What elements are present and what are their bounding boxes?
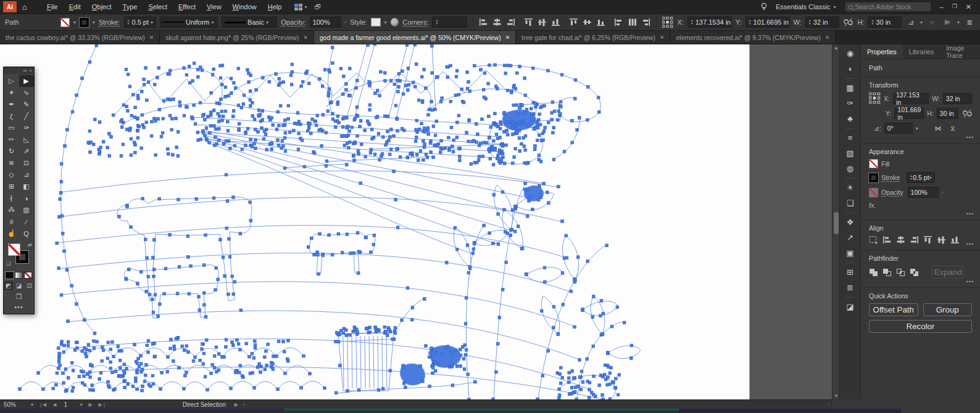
more-options-icon[interactable]: ••• xyxy=(966,211,974,217)
next-artboard-icon[interactable]: ▶ xyxy=(86,402,96,407)
prev-artboard-icon[interactable]: ◀ xyxy=(50,402,60,407)
stroke-color-swatch[interactable] xyxy=(80,18,89,27)
dist-vtop-icon[interactable] xyxy=(569,18,578,27)
lightbulb-icon[interactable] xyxy=(761,2,767,11)
gradient-annotator-icon[interactable]: ◖ xyxy=(842,61,858,76)
minimize-button[interactable]: – xyxy=(940,3,944,11)
scroll-left-icon[interactable]: ‹ xyxy=(243,400,245,409)
transparency-icon[interactable]: ◍ xyxy=(842,161,858,176)
align-vcenter-icon[interactable] xyxy=(538,18,547,27)
scroll-down-icon[interactable]: ▼ xyxy=(833,393,840,399)
chevron-right-icon[interactable]: › xyxy=(345,20,347,25)
panel-tab-properties[interactable]: Properties xyxy=(861,44,903,59)
fx-label[interactable]: fx. xyxy=(869,202,972,209)
fill-swatch[interactable] xyxy=(8,243,20,256)
menu-edit[interactable]: Edit xyxy=(64,3,86,10)
variable-width-select[interactable]: Uniform ▾ xyxy=(160,17,218,28)
stepper-icon[interactable]: ▲▼ xyxy=(691,19,694,25)
share-screen-icon[interactable]: 🗗 xyxy=(314,3,321,10)
menu-help[interactable]: Help xyxy=(262,3,288,10)
tab-close-icon[interactable]: ✕ xyxy=(505,35,510,41)
opacity-swatch[interactable] xyxy=(869,188,878,197)
stroke-swatch[interactable] xyxy=(869,173,878,182)
canvas[interactable]: ▪▪ × ▷▶✶∿✒✎ζ╱▭✑✏◺↻⇗≋⊡◇⊿⊞◧∤◑⁂▥#∕☝Q ⇄ ❏ ◩ xyxy=(0,44,832,399)
h-field[interactable]: ▲▼ 30 in xyxy=(868,17,902,28)
align-top-icon[interactable] xyxy=(524,18,533,27)
close-button[interactable]: ✕ xyxy=(966,3,971,11)
more-options-icon[interactable]: ••• xyxy=(966,241,974,247)
line-segment-tool[interactable]: ╱ xyxy=(19,110,34,122)
rotate-tool[interactable]: ↻ xyxy=(4,145,19,157)
align-to-icon[interactable] xyxy=(869,235,878,244)
tab-close-icon[interactable]: ✕ xyxy=(660,35,665,41)
tab-close-icon[interactable]: ✕ xyxy=(825,35,830,41)
horizontal-scrollbar[interactable]: ‹ › xyxy=(242,400,832,409)
column-graph-tool[interactable]: ▥ xyxy=(19,204,34,216)
eyedropper-tool[interactable]: ∤ xyxy=(4,192,19,204)
dist-hright-icon[interactable] xyxy=(641,18,650,27)
color-icon[interactable]: ◉ xyxy=(842,46,858,61)
gradient-icon[interactable]: ▧ xyxy=(842,145,858,161)
transform-icon[interactable]: ⊞ xyxy=(842,264,858,280)
vertical-scrollbar[interactable]: ▲ ▼ xyxy=(832,44,839,399)
panel-drag-dots-icon[interactable]: ▪▪ xyxy=(23,68,27,73)
draw-normal-icon[interactable]: ◩ xyxy=(4,282,13,290)
curvature-tool[interactable]: ✎ xyxy=(19,99,34,110)
align-left-icon[interactable] xyxy=(882,235,892,244)
scale-tool[interactable]: ⇗ xyxy=(19,145,34,157)
panel-tab-image-trace[interactable]: Image Trace xyxy=(940,44,980,59)
appearance-icon[interactable]: ☀ xyxy=(842,180,858,195)
recolor-artwork-icon[interactable] xyxy=(391,18,399,27)
stroke-weight-label[interactable]: Stroke: xyxy=(99,18,120,26)
zoom-tool[interactable]: Q xyxy=(19,227,34,239)
layers-icon[interactable]: ❖ xyxy=(842,215,858,230)
w-field[interactable]: 32 in xyxy=(943,93,972,104)
scroll-up-icon[interactable]: ▲ xyxy=(833,45,840,51)
stepper-icon[interactable]: ▲▼ xyxy=(749,19,752,25)
tab-close-icon[interactable]: ✕ xyxy=(149,35,154,41)
constrain-proportions-icon[interactable] xyxy=(963,109,972,118)
h-field[interactable]: 30 in xyxy=(937,108,958,119)
screen-mode-icon[interactable]: ❐ xyxy=(16,293,22,301)
stroke-weight-field[interactable]: ▲▼ 0.5 pt ▾ xyxy=(124,17,157,28)
first-artboard-icon[interactable]: |◀ xyxy=(38,402,50,407)
pf-unite-icon[interactable] xyxy=(869,268,878,277)
group-button[interactable]: Group xyxy=(923,303,973,316)
reference-point-icon[interactable] xyxy=(662,17,673,28)
y-field[interactable]: 101.669 in xyxy=(894,108,924,119)
corners-field[interactable]: ▲▼ xyxy=(432,17,467,28)
scroll-right-icon[interactable]: › xyxy=(828,400,829,409)
document-tab[interactable]: god made a farmer good elements.ai* @ 50… xyxy=(314,31,516,44)
menu-select[interactable]: Select xyxy=(143,3,173,10)
gradient-tool[interactable]: ◧ xyxy=(19,181,34,192)
document-tab[interactable]: elements recovered.ai* @ 9.37% (CMYK/Pre… xyxy=(670,31,836,44)
draw-inside-icon[interactable]: ⊡ xyxy=(25,282,34,290)
artboard-select[interactable]: 1 ▾ xyxy=(60,400,86,409)
brushes-icon[interactable]: ✑ xyxy=(842,96,858,111)
graphic-styles-icon[interactable]: ❏ xyxy=(842,195,858,211)
home-icon[interactable]: ⌂ xyxy=(17,2,33,12)
pf-minus-front-icon[interactable] xyxy=(882,268,892,277)
search-input[interactable]: Search Adobe Stock xyxy=(845,2,931,12)
x-field[interactable]: 137.153 in xyxy=(893,93,929,104)
mesh-tool[interactable]: ⊞ xyxy=(4,181,19,192)
menu-effect[interactable]: Effect xyxy=(173,3,201,10)
rectangle-tool[interactable]: ▭ xyxy=(4,122,19,134)
align-icon[interactable]: ≣ xyxy=(842,280,858,295)
menu-view[interactable]: View xyxy=(201,3,227,10)
stepper-icon[interactable]: ▲▼ xyxy=(808,19,812,25)
draw-behind-icon[interactable]: ◪ xyxy=(15,282,23,290)
panel-tab-libraries[interactable]: Libraries xyxy=(903,44,940,59)
tab-close-icon[interactable]: ✕ xyxy=(303,35,308,41)
artboards-icon[interactable]: ▣ xyxy=(842,245,858,261)
panel-close-icon[interactable]: × xyxy=(29,68,32,73)
corners-label[interactable]: Corners: xyxy=(402,18,428,26)
arrange-documents-icon[interactable]: ▾ xyxy=(294,4,307,10)
align-right-icon[interactable] xyxy=(910,235,919,244)
menu-file[interactable]: File xyxy=(41,3,64,10)
align-hcenter-icon[interactable] xyxy=(896,235,905,244)
align-bottom-icon[interactable] xyxy=(950,235,960,244)
document-tab[interactable]: tree gate for chad.ai* @ 6.25% (RGB/Prev… xyxy=(516,31,670,44)
align-vcenter-icon[interactable] xyxy=(937,235,946,244)
align-top-icon[interactable] xyxy=(923,235,932,244)
